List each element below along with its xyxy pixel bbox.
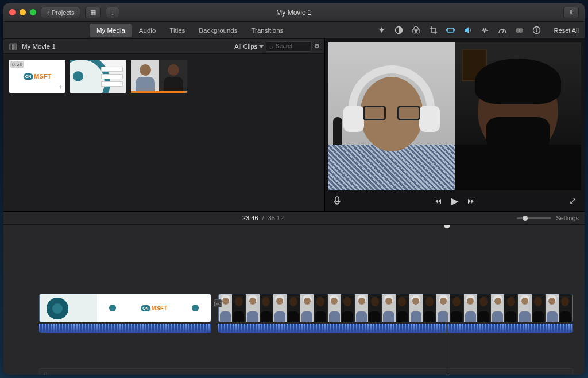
timeline-header: 23:46 / 35:12 Settings xyxy=(3,211,585,225)
zoom-slider[interactable] xyxy=(517,217,551,219)
clip-duration-badge: 8.5s xyxy=(10,61,24,68)
filter-dropdown[interactable]: All Clips xyxy=(234,43,264,50)
svg-point-9 xyxy=(519,28,523,33)
search-icon: ⌕ xyxy=(269,43,273,50)
back-projects-button[interactable]: ‹ Projects xyxy=(41,7,80,18)
background-audio-track[interactable]: ♫ xyxy=(39,368,573,375)
color-balance-icon[interactable] xyxy=(394,26,404,35)
play-button[interactable]: ▶ xyxy=(451,196,458,206)
color-correction-icon[interactable] xyxy=(412,26,421,35)
prev-button[interactable]: ⏮ xyxy=(434,196,442,205)
library-tabs: My Media Audio Titles Backgrounds Transi… xyxy=(90,24,290,37)
browser-settings-icon[interactable]: ⚙ xyxy=(314,42,320,50)
stabilize-icon[interactable] xyxy=(446,26,455,35)
video-track: ONMSFT xyxy=(39,294,573,322)
current-time: 23:46 xyxy=(242,215,258,221)
fullscreen-icon[interactable] xyxy=(30,9,36,15)
timeline-clip[interactable]: ONMSFT xyxy=(39,294,211,322)
svg-rect-6 xyxy=(454,29,455,31)
view-mode-button[interactable]: ▦ xyxy=(85,7,101,18)
svg-text:i: i xyxy=(536,28,537,33)
svg-line-7 xyxy=(502,30,504,33)
chevron-left-icon: ‹ xyxy=(47,9,49,16)
fullscreen-button[interactable]: ⤢ xyxy=(569,196,577,206)
svg-rect-4 xyxy=(447,28,454,32)
upper-pane: ▥ My Movie 1 All Clips ⌕ ⚙ 8.5s ONMSFT ＋ xyxy=(3,39,585,211)
playhead[interactable] xyxy=(447,225,447,375)
clip-thumbnail[interactable]: 8.5s ONMSFT ＋ xyxy=(9,60,65,93)
download-icon: ↓ xyxy=(111,9,114,16)
traffic-lights xyxy=(9,9,36,15)
app-window: ‹ Projects ▦ ↓ My Movie 1 ⇪ My Media Aud… xyxy=(3,3,585,375)
tab-titles[interactable]: Titles xyxy=(163,24,192,37)
clip-thumbnail[interactable] xyxy=(131,60,187,93)
audio-waveform[interactable] xyxy=(39,324,211,333)
crop-icon[interactable] xyxy=(429,26,438,35)
media-browser: ▥ My Movie 1 All Clips ⌕ ⚙ 8.5s ONMSFT ＋ xyxy=(3,39,325,211)
grid-icon: ▦ xyxy=(90,9,96,16)
speed-icon[interactable] xyxy=(498,26,507,35)
project-name: My Movie 1 xyxy=(22,43,56,50)
tab-backgrounds[interactable]: Backgrounds xyxy=(192,24,244,37)
window-title: My Movie 1 xyxy=(276,9,311,17)
preview-right xyxy=(455,42,581,190)
timeline[interactable]: ONMSFT ▷◁ xyxy=(3,225,585,375)
svg-rect-12 xyxy=(335,197,339,202)
search-field[interactable] xyxy=(276,43,310,49)
search-input[interactable]: ⌕ xyxy=(266,41,312,52)
timeline-settings-button[interactable]: Settings xyxy=(556,215,579,221)
filters-icon[interactable] xyxy=(515,26,524,35)
viewer-toolbar: ✦ i Reset All xyxy=(377,26,579,35)
noise-reduction-icon[interactable] xyxy=(481,26,490,35)
enhance-icon[interactable]: ✦ xyxy=(377,26,386,35)
back-label: Projects xyxy=(52,9,75,16)
share-button[interactable]: ⇪ xyxy=(563,7,579,18)
title-bar: ‹ Projects ▦ ↓ My Movie 1 ⇪ xyxy=(3,3,585,22)
minimize-icon[interactable] xyxy=(20,9,26,15)
info-icon[interactable]: i xyxy=(532,26,541,35)
browser-header: ▥ My Movie 1 All Clips ⌕ ⚙ xyxy=(3,39,324,54)
tab-bar: My Media Audio Titles Backgrounds Transi… xyxy=(3,22,585,39)
music-icon: ♫ xyxy=(43,370,48,375)
reset-all-button[interactable]: Reset All xyxy=(554,27,579,34)
add-clip-icon: ＋ xyxy=(57,82,64,92)
transition-icon[interactable]: ▷◁ xyxy=(214,299,222,307)
playback-controls: ⏮ ▶ ⏭ ⤢ xyxy=(325,190,585,211)
timeline-clip[interactable] xyxy=(218,294,573,322)
voiceover-icon[interactable] xyxy=(333,196,341,205)
next-button[interactable]: ⏭ xyxy=(467,196,475,205)
share-icon: ⇪ xyxy=(568,9,574,16)
tab-transitions[interactable]: Transitions xyxy=(244,24,290,37)
volume-icon[interactable] xyxy=(463,26,473,35)
close-icon[interactable] xyxy=(9,9,16,15)
tab-my-media[interactable]: My Media xyxy=(90,24,132,37)
import-button[interactable]: ↓ xyxy=(106,7,119,18)
clip-thumbnail[interactable] xyxy=(70,60,126,93)
svg-rect-5 xyxy=(446,29,447,31)
preview-canvas[interactable] xyxy=(328,42,581,190)
tab-audio[interactable]: Audio xyxy=(132,24,163,37)
audio-waveform[interactable] xyxy=(218,324,573,333)
preview-left xyxy=(328,42,455,190)
total-time: 35:12 xyxy=(268,215,284,221)
sidebar-toggle-icon[interactable]: ▥ xyxy=(8,42,17,51)
audio-waveform-row xyxy=(39,324,573,333)
preview-viewer: ⏮ ▶ ⏭ ⤢ xyxy=(325,39,585,211)
clip-grid: 8.5s ONMSFT ＋ xyxy=(3,54,324,99)
